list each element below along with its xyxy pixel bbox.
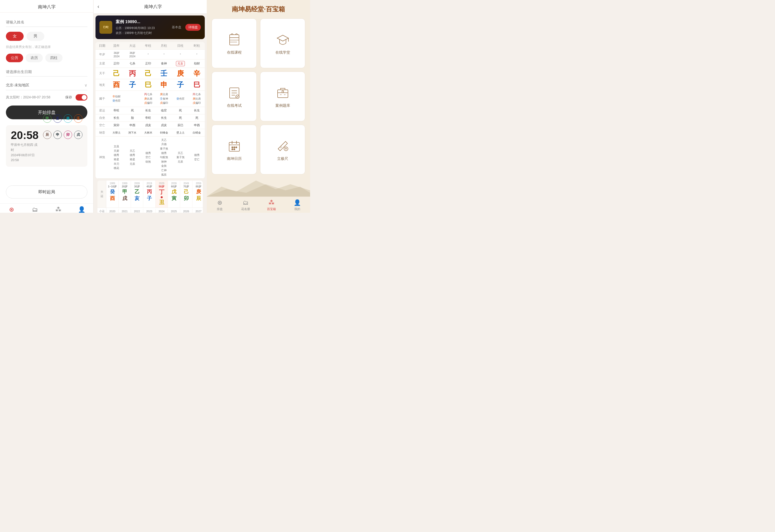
cell: 子: [172, 79, 189, 91]
cell: 死: [124, 107, 140, 114]
cell: 酉: [108, 79, 124, 91]
right-nav-label-paipan: 排盘: [217, 207, 223, 211]
save-toggle[interactable]: [76, 94, 87, 101]
card-ruler[interactable]: 立极尺: [260, 125, 305, 174]
row-label: 纳音: [95, 129, 108, 136]
ruler-icon: [275, 138, 291, 154]
cell: *: [156, 49, 172, 59]
col-day: 日柱: [172, 42, 189, 50]
case-title: 案例 19890...: [116, 19, 165, 25]
card-online-exam[interactable]: 在线考试: [212, 72, 257, 121]
card-calendar[interactable]: 南坤日历: [212, 125, 257, 174]
cell: 辰巳: [172, 122, 189, 129]
location-row[interactable]: 北京-未知地区 ∨: [6, 80, 87, 90]
card-label-exam: 在线考试: [227, 103, 242, 108]
cell: 辛: [189, 68, 205, 79]
canggan-cell: 丙七杀 庚比肩 戊偏印: [141, 92, 155, 105]
table-row: 地支 酉 子 巳 申 子 巳: [95, 79, 205, 91]
xiaoyun-col: 2026: [180, 209, 192, 213]
left-bottom-nav: ⊛ 排盘 🗂 花名册 ⁂ 百宝箱 👤 我的: [0, 203, 93, 213]
name-input[interactable]: [6, 17, 87, 27]
cell: 德秀空亡劫煞: [140, 136, 156, 178]
cell: 申酉: [189, 122, 205, 129]
dayun-col: 1989 1~10岁 癸 酉: [106, 181, 119, 208]
male-btn[interactable]: 男: [27, 32, 44, 41]
nav-item-paipan[interactable]: ⊛ 排盘: [0, 206, 23, 213]
cell: 胎: [124, 114, 140, 122]
cell: 申酉: [124, 122, 140, 129]
card-case-library[interactable]: 案例题库: [260, 72, 305, 121]
lunar-btn[interactable]: 农历: [26, 54, 43, 62]
cell: *: [189, 49, 205, 59]
dayun-years[interactable]: 1989 1~10岁 癸 酉 1999 20岁 甲 戌 2009: [106, 181, 203, 208]
solar-btn[interactable]: 公历: [6, 54, 23, 62]
card-online-school[interactable]: 在线学堂: [260, 18, 305, 68]
right-nav-baobao[interactable]: ⁂ 百宝箱: [258, 199, 284, 211]
cell: 剑锋金: [156, 129, 172, 136]
gender-hint: 排盘结果男女有别，请正确选择: [6, 45, 87, 49]
card-online-course[interactable]: 在线课程: [212, 18, 257, 68]
table-row: 藏干 辛劫财 癸伤官 丙七杀 庚比肩 戊偏印: [95, 91, 205, 107]
baobao-icon: ⁂: [55, 206, 61, 213]
col-date: 日期: [95, 42, 108, 50]
right-header: 南坤易经堂·百宝箱: [207, 0, 310, 16]
cell: 庚比肩 壬食神 戊偏印: [156, 91, 172, 107]
xiaoyun-col: 2020: [106, 209, 119, 213]
chart-table[interactable]: 日期 流年 大运 年柱 月柱 日柱 时柱 年岁 38岁2024 38岁2024 …: [93, 41, 207, 213]
cell: 申: [156, 79, 172, 91]
cell: 劫财: [189, 59, 205, 68]
nav-item-baobao[interactable]: ⁂ 百宝箱: [47, 206, 70, 213]
col-month: 月柱: [156, 42, 172, 50]
back-button[interactable]: ‹: [97, 3, 99, 10]
canggan-cell: 辛劫财 癸伤官: [109, 94, 123, 103]
right-nav-mine[interactable]: 👤 我的: [284, 199, 310, 211]
canggan-cell: 丙七杀 庚比肩 戊偏印: [190, 92, 204, 105]
cell: 正印: [108, 59, 124, 68]
cases-icon: [275, 85, 291, 101]
dayun-col: 1999 20岁 甲 戌: [119, 181, 131, 208]
left-panel: 南坤八字 女 男 排盘结果男女有别，请正确选择 公历 农历 四柱 北京-未知地区…: [0, 0, 93, 213]
cell: 元女: [172, 59, 189, 68]
time-sub2: 2024年08月07日 20:58: [11, 153, 39, 163]
pillar-shen: 申: [53, 131, 62, 139]
xiaoyun-years[interactable]: 2020 2021 2022 2023 2024 2025 2026 2027 …: [106, 209, 203, 213]
middle-panel: ‹ 南坤八字 巳蛇 案例 19890... 公历：1989年08月08日 10:…: [93, 0, 207, 213]
cell: 巳: [140, 79, 156, 91]
nav-item-mine[interactable]: 👤 我的: [70, 206, 93, 213]
instant-button[interactable]: 即时起局: [6, 185, 87, 198]
nav-item-flowers[interactable]: 🗂 花名册: [23, 206, 47, 213]
calendar-icon: [226, 138, 242, 154]
right-nav-flowers[interactable]: 🗂 花名册: [232, 199, 258, 211]
cell: 长生: [189, 107, 205, 114]
case-banner: 巳蛇 案例 19890... 公历：1989年08月08日 10:23 农历：1…: [95, 15, 205, 39]
date-input[interactable]: [6, 67, 87, 76]
cell: [124, 91, 140, 107]
table-row: 年岁 38岁2024 38岁2024 * * * *: [95, 49, 205, 59]
right-title: 南坤易经堂·百宝箱: [212, 5, 305, 14]
chevron-down-icon: ∨: [84, 83, 87, 88]
cell: 长生: [156, 114, 172, 122]
cell: 己: [140, 68, 156, 79]
dayun-section: 大 运 1989 1~10岁 癸 酉 1999 20岁 甲: [97, 181, 203, 213]
table-row: 星运 帝旺 死 长生 临官 死 长生: [95, 107, 205, 114]
detail-tab[interactable]: 详细盘: [185, 24, 201, 31]
svg-point-21: [235, 147, 237, 148]
pillar-mao: 卯: [64, 131, 72, 139]
right-grid: 在线课程 在线学堂: [207, 16, 310, 177]
female-btn[interactable]: 女: [6, 32, 24, 41]
sizhu-btn[interactable]: 四柱: [45, 54, 62, 62]
canggan-cell: 癸伤官: [173, 97, 188, 101]
flowers-icon: 🗂: [32, 206, 38, 213]
cell: *: [140, 49, 156, 59]
yuan-nv-badge: 元女: [176, 61, 185, 66]
basic-tab[interactable]: 基本盘: [169, 24, 184, 31]
pillar-chen: 辰: [43, 131, 51, 139]
dayun-col: 2039 60岁 戊 寅: [168, 181, 180, 208]
svg-line-27: [280, 147, 282, 148]
bazi-table: 日期 流年 大运 年柱 月柱 日柱 时柱 年岁 38岁2024 38岁2024 …: [95, 42, 205, 179]
right-nav-paipan[interactable]: ⊛ 排盘: [207, 199, 232, 211]
disk-tabs: 基本盘 详细盘: [169, 24, 201, 31]
cell: 天乙童子煞元辰: [172, 136, 189, 178]
cell: 38岁2024: [108, 49, 124, 59]
card-label-school: 在线学堂: [275, 50, 290, 55]
